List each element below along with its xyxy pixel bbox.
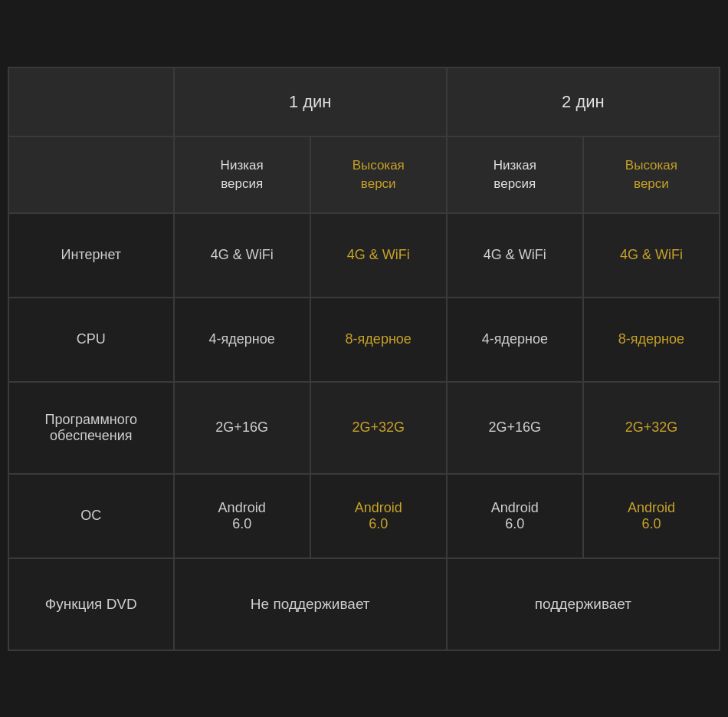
1din-label: 1 дин [289, 92, 332, 111]
dvd-row: Функция DVD Не поддерживает поддерживает [8, 558, 720, 650]
low-version-2-label: Низкаяверсия [494, 158, 536, 191]
internet-high-1: 4G & WiFi [310, 213, 447, 298]
high-version-2-label: Высокаяверси [625, 158, 677, 191]
2din-label: 2 дин [562, 92, 605, 111]
os-high-2: Android6.0 [583, 474, 720, 558]
cpu-low-1: 4-ядерное [174, 298, 310, 382]
internet-low-1: 4G & WiFi [174, 213, 310, 298]
internet-label: Интернет [8, 213, 174, 298]
cpu-label: CPU [8, 298, 174, 382]
header-2din: 2 дин [447, 67, 720, 136]
comparison-table: 1 дин 2 дин Низкаяверсия Высокаяверси Ни… [8, 67, 720, 651]
software-row: Программногообеспечения 2G+16G 2G+32G 2G… [8, 382, 720, 474]
internet-high-2: 4G & WiFi [583, 213, 720, 298]
dvd-no-support: Не поддерживает [174, 558, 447, 650]
comparison-container: 1 дин 2 дин Низкаяверсия Высокаяверси Ни… [0, 59, 728, 659]
header-low-1: Низкаяверсия [174, 136, 310, 213]
header-low-2: Низкаяверсия [447, 136, 583, 213]
header-empty-1 [8, 67, 174, 136]
cpu-high-1: 8-ядерное [310, 298, 447, 382]
os-low-1: Android6.0 [174, 474, 310, 558]
software-label: Программногообеспечения [8, 382, 174, 474]
software-high-1: 2G+32G [310, 382, 447, 474]
os-low-2: Android6.0 [447, 474, 583, 558]
os-label: ОС [8, 474, 174, 558]
header-high-2: Высокаяверси [583, 136, 720, 213]
header-1din: 1 дин [174, 67, 447, 136]
header-empty-2 [8, 136, 174, 213]
os-high-1: Android6.0 [310, 474, 447, 558]
header-row-1: 1 дин 2 дин [8, 67, 720, 136]
internet-low-2: 4G & WiFi [447, 213, 583, 298]
software-low-2: 2G+16G [447, 382, 583, 474]
cpu-row: CPU 4-ядерное 8-ядерное 4-ядерное 8-ядер… [8, 298, 720, 382]
cpu-low-2: 4-ядерное [447, 298, 583, 382]
os-row: ОС Android6.0 Android6.0 Android6.0 Andr… [8, 474, 720, 558]
dvd-label: Функция DVD [8, 558, 174, 650]
internet-row: Интернет 4G & WiFi 4G & WiFi 4G & WiFi 4… [8, 213, 720, 298]
header-row-2: Низкаяверсия Высокаяверси Низкаяверсия В… [8, 136, 720, 213]
high-version-1-label: Высокаяверси [353, 158, 405, 191]
software-high-2: 2G+32G [583, 382, 720, 474]
software-low-1: 2G+16G [174, 382, 310, 474]
dvd-support: поддерживает [447, 558, 720, 650]
header-high-1: Высокаяверси [310, 136, 447, 213]
low-version-1-label: Низкаяверсия [221, 158, 264, 191]
cpu-high-2: 8-ядерное [583, 298, 720, 382]
